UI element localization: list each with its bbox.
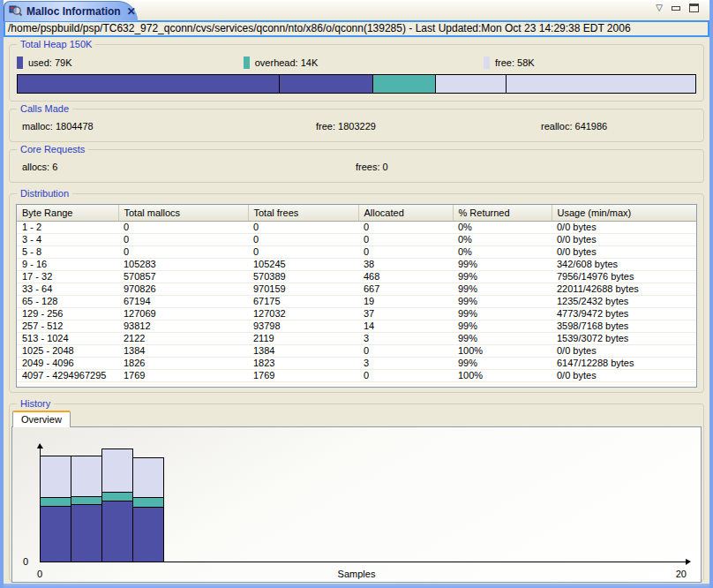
- table-cell: 0: [118, 233, 248, 245]
- target-path-text: /home/pspbuild/psp/TC632_972_qconn/cvs/s…: [8, 22, 631, 34]
- minimize-icon[interactable]: [672, 6, 680, 11]
- target-path-bar: /home/pspbuild/psp/TC632_972_qconn/cvs/s…: [4, 20, 709, 37]
- table-cell: 7956/14976 bytes: [552, 270, 696, 283]
- table-cell: 99%: [453, 357, 552, 369]
- view-tab-bar: Malloc Information: [4, 0, 709, 20]
- table-row[interactable]: 1 - 20000%0/0 bytes: [17, 221, 696, 233]
- heap-usage-bar: [17, 74, 696, 94]
- table-row[interactable]: 9 - 161052831052453899%342/608 bytes: [17, 258, 696, 270]
- table-cell: 37: [358, 307, 453, 320]
- table-cell: 1235/2432 bytes: [552, 295, 696, 307]
- bar-segment-free: [40, 456, 71, 498]
- table-cell: 970826: [118, 283, 248, 295]
- table-cell: 6147/12288 bytes: [552, 357, 696, 369]
- table-cell: 0: [358, 233, 453, 245]
- malloc-information-view: Malloc Information /home/pspbuild/psp/TC…: [0, 0, 713, 588]
- table-cell: 0/0 bytes: [552, 344, 696, 357]
- chart-y-tick-0: 0: [23, 556, 28, 567]
- table-cell: 570857: [118, 270, 248, 283]
- tab-title: Malloc Information: [26, 5, 121, 18]
- table-cell: 2119: [248, 332, 358, 344]
- legend-item-overhead: overhead: 14K: [244, 57, 484, 69]
- table-cell: 570389: [248, 270, 358, 283]
- table-cell: 99%: [453, 258, 552, 270]
- core-requests-stats: allocs: 6frees: 0: [10, 150, 703, 172]
- table-row[interactable]: 1025 - 2048138413840100%0/0 bytes: [17, 344, 696, 357]
- table-cell: 0/0 bytes: [552, 233, 696, 245]
- total-heap-group: Total Heap 150K used: 79Koverhead: 14Kfr…: [9, 44, 704, 102]
- column-header[interactable]: Usage (min/max): [552, 205, 696, 221]
- column-header[interactable]: Total mallocs: [118, 205, 248, 221]
- table-cell: 99%: [453, 332, 552, 344]
- table-row[interactable]: 17 - 3257085757038946899%7956/14976 byte…: [17, 270, 696, 283]
- view-menu-icon[interactable]: [656, 4, 663, 12]
- table-cell: 257 - 512: [17, 320, 118, 332]
- table-cell: 1 - 2: [17, 221, 118, 233]
- table-cell: 0: [118, 221, 248, 233]
- table-row[interactable]: 129 - 2561270691270323799%4773/9472 byte…: [17, 307, 696, 320]
- history-bar-sample-2: [101, 449, 133, 562]
- malloc-view-icon: [9, 4, 22, 20]
- bar-segment-free: [71, 456, 102, 497]
- heap-segment-free: [435, 75, 695, 93]
- legend-label: free: 58K: [495, 57, 535, 68]
- table-cell: 1826: [118, 357, 248, 369]
- history-group: History Overview 0 0 Samples 20: [9, 403, 704, 582]
- table-cell: 0: [248, 221, 358, 233]
- table-row[interactable]: 257 - 51293812937981499%3598/7168 bytes: [17, 320, 696, 332]
- table-row[interactable]: 4097 - 4294967295176917690100%0/0 bytes: [17, 369, 696, 381]
- table-cell: 67175: [248, 295, 358, 307]
- bar-segment-used: [71, 504, 102, 562]
- distribution-group: Distribution Byte RangeTotal mallocsTota…: [9, 193, 704, 393]
- table-cell: 105283: [118, 258, 248, 270]
- table-cell: 0%: [453, 233, 552, 245]
- table-cell: 1384: [118, 344, 248, 357]
- history-bar-sample-0: [40, 456, 71, 562]
- distribution-table-wrap: Byte RangeTotal mallocsTotal freesAlloca…: [16, 204, 697, 388]
- table-cell: 0%: [453, 221, 552, 233]
- table-cell: 2122: [118, 332, 248, 344]
- chart-x-tick-0: 0: [37, 569, 42, 579]
- table-row[interactable]: 513 - 102421222119399%1539/3072 bytes: [17, 332, 696, 344]
- table-cell: 22011/42688 bytes: [552, 283, 696, 295]
- table-cell: 3: [358, 357, 453, 369]
- table-cell: 0: [358, 369, 453, 381]
- stat-allocs: allocs: 6: [22, 162, 356, 172]
- window-bottom-border: [4, 584, 709, 588]
- heap-segment-used: [18, 75, 372, 93]
- table-cell: 0%: [453, 245, 552, 258]
- column-header[interactable]: Byte Range: [17, 205, 118, 221]
- table-row[interactable]: 3 - 40000%0/0 bytes: [17, 233, 696, 245]
- column-header[interactable]: Allocated: [358, 205, 453, 221]
- heap-segment-divider: [506, 75, 507, 93]
- table-cell: 1769: [118, 369, 248, 381]
- table-row[interactable]: 5 - 80000%0/0 bytes: [17, 245, 696, 258]
- table-cell: 5 - 8: [17, 245, 118, 258]
- legend-item-free: free: 58K: [484, 57, 703, 69]
- table-cell: 667: [358, 283, 453, 295]
- table-cell: 100%: [453, 369, 552, 381]
- calls-made-stats: malloc: 1804478free: 1803229realloc: 641…: [10, 109, 703, 132]
- table-cell: 19: [358, 295, 453, 307]
- maximize-icon[interactable]: [689, 4, 699, 12]
- table-row[interactable]: 2049 - 409618261823399%6147/12288 bytes: [17, 357, 696, 369]
- heap-segment-overhead: [372, 75, 435, 93]
- table-cell: 127032: [248, 307, 358, 320]
- table-cell: 100%: [453, 344, 552, 357]
- chart-x-axis-arrow-icon: [686, 559, 691, 565]
- core-requests-group: Core Requests allocs: 6frees: 0: [9, 149, 704, 183]
- legend-swatch: [484, 57, 490, 69]
- table-cell: 14: [358, 320, 453, 332]
- column-header[interactable]: Total frees: [248, 205, 358, 221]
- stat-free: free: 1803229: [316, 121, 541, 132]
- calls-made-group: Calls Made malloc: 1804478free: 1803229r…: [9, 109, 704, 142]
- column-header[interactable]: % Returned: [453, 205, 552, 221]
- table-row[interactable]: 33 - 6497082697015966799%22011/42688 byt…: [17, 283, 696, 295]
- table-cell: 513 - 1024: [17, 332, 118, 344]
- table-cell: 342/608 bytes: [552, 258, 696, 270]
- table-row[interactable]: 65 - 12867194671751999%1235/2432 bytes: [17, 295, 696, 307]
- close-icon[interactable]: [127, 5, 136, 18]
- tab-malloc-information[interactable]: Malloc Information: [4, 1, 138, 21]
- table-cell: 9 - 16: [17, 258, 118, 270]
- tab-overview[interactable]: Overview: [12, 411, 71, 427]
